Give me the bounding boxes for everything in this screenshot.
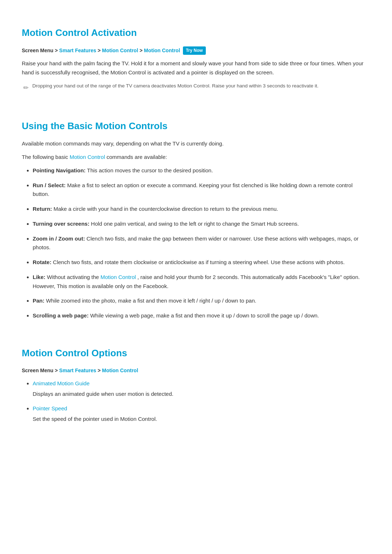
list-item: Turning over screens: Hold one palm vert… xyxy=(33,219,370,229)
list-item: Rotate: Clench two fists, and rotate the… xyxy=(33,258,370,267)
breadcrumb-motion-control-2[interactable]: Motion Control xyxy=(144,48,180,53)
options-section: Motion Control Options Screen Menu > Sma… xyxy=(22,335,370,424)
breadcrumb-smart-features[interactable]: Smart Features xyxy=(59,48,96,53)
list-item-pointer-speed: Pointer Speed Set the speed of the point… xyxy=(33,404,370,424)
desc-like-prefix: Without activating the xyxy=(47,274,101,280)
animated-guide-desc: Displays an animated guide when user mot… xyxy=(33,390,370,399)
breadcrumb-sep2: > xyxy=(139,48,144,53)
list-item: Pan: While zoomed into the photo, make a… xyxy=(33,296,370,305)
like-motion-control-link[interactable]: Motion Control xyxy=(101,274,136,280)
options-sep1: > xyxy=(98,368,102,373)
basic-controls-section: Using the Basic Motion Controls Availabl… xyxy=(22,108,370,320)
list-item: Return: Make a circle with your hand in … xyxy=(33,205,370,214)
desc-scrolling: While viewing a web page, make a fist an… xyxy=(90,312,319,319)
list-item: Like: Without activating the Motion Cont… xyxy=(33,273,370,291)
pointer-speed-link[interactable]: Pointer Speed xyxy=(33,405,67,411)
options-breadcrumb-prefix: Screen Menu > xyxy=(22,368,59,373)
basic-controls-intro2: The following basic Motion Control comma… xyxy=(22,153,370,162)
term-return: Return: xyxy=(33,206,52,212)
list-item: Scrolling a web page: While viewing a we… xyxy=(33,311,370,320)
breadcrumb-motion-control-1[interactable]: Motion Control xyxy=(102,48,138,53)
desc-turning-screens: Hold one palm vertical, and swing to the… xyxy=(91,221,299,227)
basic-controls-list: Pointing Navigation: This action moves t… xyxy=(22,166,370,320)
term-zoom: Zoom in / Zoom out: xyxy=(33,235,85,242)
activation-section: Motion Control Activation Screen Menu > … xyxy=(22,15,370,93)
options-list: Animated Motion Guide Displays an animat… xyxy=(22,379,370,424)
basic-controls-intro1: Available motion commands may vary, depe… xyxy=(22,139,370,148)
term-turning-screens: Turning over screens: xyxy=(33,221,89,227)
intro2-motion-control-link[interactable]: Motion Control xyxy=(70,154,105,160)
options-motion-control-link[interactable]: Motion Control xyxy=(102,368,138,373)
term-scrolling: Scrolling a web page: xyxy=(33,312,89,319)
basic-controls-title: Using the Basic Motion Controls xyxy=(22,108,370,134)
term-like: Like: xyxy=(33,274,45,280)
list-item: Run / Select: Make a fist to select an o… xyxy=(33,181,370,199)
intro2-prefix: The following basic xyxy=(22,154,70,160)
options-breadcrumb: Screen Menu > Smart Features > Motion Co… xyxy=(22,366,370,374)
breadcrumb-sep1: > xyxy=(98,48,102,53)
desc-return: Make a circle with your hand in the coun… xyxy=(54,206,278,212)
desc-run-select: Make a fist to select an option or execu… xyxy=(33,182,352,197)
list-item-animated-guide: Animated Motion Guide Displays an animat… xyxy=(33,379,370,399)
desc-rotate: Clench two fists, and rotate them clockw… xyxy=(53,259,345,265)
animated-motion-guide-link[interactable]: Animated Motion Guide xyxy=(33,380,90,386)
pointer-speed-desc: Set the speed of the pointer used in Mot… xyxy=(33,415,370,424)
options-smart-features-link[interactable]: Smart Features xyxy=(59,368,96,373)
activation-note: ✏ Dropping your hand out of the range of… xyxy=(22,82,370,93)
note-icon: ✏ xyxy=(23,83,29,93)
term-run-select: Run / Select: xyxy=(33,182,66,188)
note-text: Dropping your hand out of the range of t… xyxy=(32,82,318,90)
intro2-suffix: commands are available: xyxy=(106,154,167,160)
list-item: Pointing Navigation: This action moves t… xyxy=(33,166,370,175)
breadcrumb-prefix: Screen Menu > xyxy=(22,48,59,53)
term-pointing-navigation: Pointing Navigation: xyxy=(33,167,86,173)
activation-body: Raise your hand with the palm facing the… xyxy=(22,59,370,77)
activation-title: Motion Control Activation xyxy=(22,15,370,41)
try-now-badge[interactable]: Try Now xyxy=(183,46,206,55)
list-item: Zoom in / Zoom out: Clench two fists, an… xyxy=(33,234,370,253)
options-title: Motion Control Options xyxy=(22,335,370,361)
desc-pan: While zoomed into the photo, make a fist… xyxy=(46,297,257,304)
activation-breadcrumb: Screen Menu > Smart Features > Motion Co… xyxy=(22,46,370,55)
term-pan: Pan: xyxy=(33,297,45,304)
desc-pointing-navigation: This action moves the cursor to the desi… xyxy=(87,167,213,173)
term-rotate: Rotate: xyxy=(33,259,52,265)
